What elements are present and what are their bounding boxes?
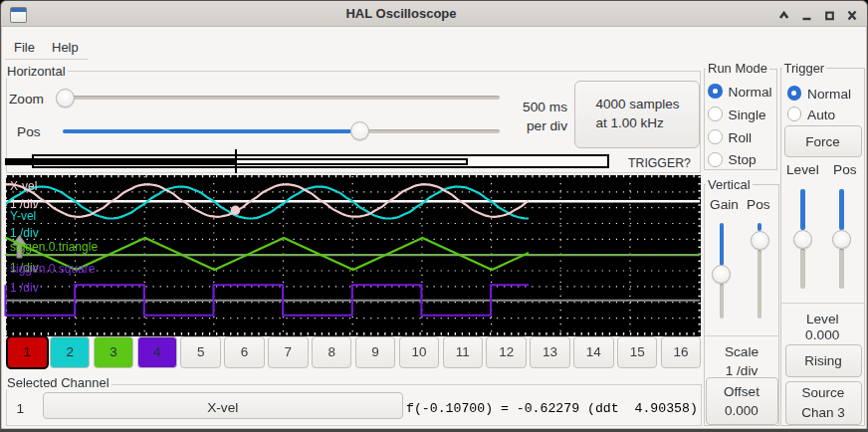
svg-text:1 /div: 1 /div — [10, 281, 39, 295]
svg-text:Y-vel: Y-vel — [10, 209, 36, 223]
svg-text:X-vel: X-vel — [10, 179, 37, 193]
svg-text:siggen.0.square: siggen.0.square — [10, 262, 96, 276]
svg-text:siggen.0.triangle: siggen.0.triangle — [10, 240, 98, 254]
svg-text:1 /div: 1 /div — [10, 226, 39, 240]
